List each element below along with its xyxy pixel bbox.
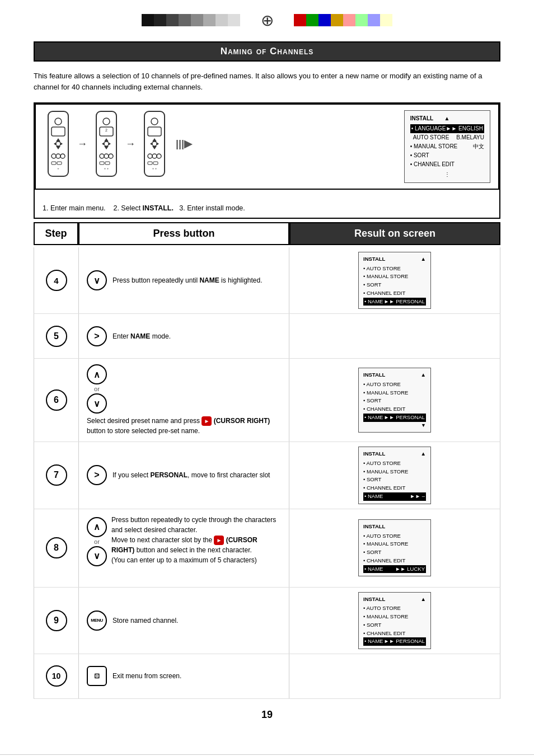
svg-text:+: + — [57, 167, 59, 170]
svg-marker-18 — [104, 146, 109, 149]
arrow-connector-1: → — [77, 138, 87, 150]
step-5-text: Enter NAME mode. — [113, 331, 171, 341]
svg-marker-4 — [56, 146, 60, 149]
step-4-number: 4 — [46, 270, 67, 291]
illustration-inner: + → 2 — [35, 104, 499, 190]
table-row: 4 Press button repeatedly until NAME is … — [34, 247, 500, 314]
step-10-num-cell: 10 — [34, 654, 79, 698]
step-9-text: Store named channel. — [113, 616, 178, 626]
remote-3: + + — [140, 110, 169, 177]
down-arrow-button[interactable] — [87, 393, 107, 414]
step-6-buttons: or — [87, 364, 107, 414]
remote-controls-area: + → 2 — [44, 110, 397, 177]
page-number: 19 — [34, 709, 500, 721]
step-table-header: Step Press button Result on screen — [34, 222, 500, 245]
step-7-tv-menu: INSTALL▲ • AUTO STORE • MANUAL STORE • S… — [358, 447, 431, 504]
header-press: Press button — [78, 222, 289, 245]
step-6-btn-stack: or — [87, 364, 107, 414]
svg-point-21 — [104, 142, 109, 146]
step-9-tv-menu: INSTALL▲ • AUTO STORE • MANUAL STORE • S… — [358, 592, 431, 649]
step-4-text: Press button repeatedly until NAME is hi… — [113, 275, 263, 285]
step-4-num-cell: 4 — [34, 247, 79, 313]
step-6-number: 6 — [46, 389, 67, 411]
svg-point-39 — [157, 154, 161, 158]
step-6-tv-menu: INSTALL▲ • AUTO STORE • MANUAL STORE • S… — [358, 368, 431, 433]
svg-rect-12 — [57, 162, 62, 165]
svg-rect-31 — [148, 127, 161, 136]
svg-point-8 — [51, 154, 56, 158]
svg-marker-32 — [152, 138, 157, 142]
down-arrow-button[interactable] — [87, 270, 107, 290]
step-8-tv-menu: INSTALL • AUTO STORE • MANUAL STORE • SO… — [358, 519, 431, 576]
up-arrow-button[interactable] — [87, 364, 107, 384]
exit-button[interactable]: ⊡ — [87, 666, 107, 686]
caption-bold: INSTALL. — [143, 204, 174, 212]
svg-rect-11 — [51, 162, 56, 165]
step-7-text: If you select PERSONAL, move to first ch… — [113, 470, 270, 480]
table-row: 6 or Select desired preset name and pres… — [34, 359, 500, 442]
remote-2: 2 + + — [92, 110, 121, 177]
svg-point-15 — [103, 118, 110, 125]
svg-rect-41 — [153, 162, 158, 165]
table-row: 8 or Press button repeatedly to cycle th… — [34, 509, 500, 588]
step-8-num-cell: 8 — [34, 509, 79, 587]
svg-rect-2 — [51, 127, 65, 136]
title-box: Naming of Channels — [34, 41, 500, 62]
svg-marker-3 — [56, 138, 60, 142]
svg-point-25 — [109, 154, 113, 158]
step-rows: 4 Press button repeatedly until NAME is … — [34, 247, 500, 699]
svg-point-36 — [152, 142, 157, 146]
step-8-buttons-text: or Press button repeatedly to cycle thro… — [87, 515, 281, 566]
illus-menu-manual-store: • MANUAL STORE中文 — [410, 142, 484, 151]
right-arrow-button[interactable] — [87, 326, 107, 346]
left-color-strip — [142, 14, 240, 26]
intro-text: This feature allows a selection of 10 ch… — [34, 71, 500, 92]
step-6-result: INSTALL▲ • AUTO STORE • MANUAL STORE • S… — [289, 359, 500, 442]
right-color-strip — [294, 14, 392, 26]
caption-3: 3. Enter install mode. — [179, 204, 245, 212]
top-decorative-bar — [0, 0, 534, 36]
illus-menu-channel-edit: • CHANNEL EDIT — [410, 160, 484, 169]
right-arrow-button-2[interactable] — [87, 465, 107, 485]
svg-point-38 — [152, 154, 157, 158]
svg-text:2: 2 — [105, 128, 107, 132]
illus-menu-title: INSTALL ▲ — [410, 114, 484, 123]
table-row: 10 ⊡ Exit menu from screen. — [34, 654, 500, 699]
svg-point-24 — [104, 154, 109, 158]
illustration-box: + → 2 — [34, 102, 500, 219]
step-8-btn-stack: or — [87, 517, 107, 566]
table-row: 7 If you select PERSONAL, move to first … — [34, 442, 500, 509]
caption-1: 1. Enter main menu. — [43, 204, 106, 212]
step-10-number: 10 — [46, 665, 67, 687]
remote-1: + — [44, 110, 73, 177]
table-row: 5 Enter NAME mode. — [34, 314, 500, 359]
step-7-result: INSTALL▲ • AUTO STORE • MANUAL STORE • S… — [289, 442, 500, 508]
step-4-result: INSTALL▲ • AUTO STORE • MANUAL STORE • S… — [289, 247, 500, 313]
crosshair-left — [257, 10, 277, 30]
step-8-number: 8 — [46, 537, 67, 558]
step-5-number: 5 — [46, 326, 67, 347]
step-9-press: MENU Store named channel. — [79, 588, 289, 654]
menu-button[interactable]: MENU — [87, 611, 107, 631]
illus-menu-sort: • SORT — [410, 151, 484, 160]
svg-point-37 — [148, 154, 152, 158]
step-4-press: Press button repeatedly until NAME is hi… — [79, 247, 289, 313]
illus-menu-dots: ⋮ — [410, 170, 484, 179]
illus-menu-auto-store: AUTO STOREB.MELAYU — [410, 133, 484, 142]
svg-point-23 — [100, 154, 104, 158]
step-6-num-cell: 6 — [34, 359, 79, 442]
down-arrow-button-2[interactable] — [87, 546, 107, 566]
svg-rect-26 — [100, 162, 104, 165]
arrow-connector-2: → — [125, 138, 135, 150]
step-9-num-cell: 9 — [34, 588, 79, 654]
up-arrow-button-2[interactable] — [87, 517, 107, 537]
svg-point-1 — [55, 118, 62, 125]
svg-point-10 — [60, 154, 65, 158]
svg-rect-40 — [148, 162, 152, 165]
header-result: Result on screen — [289, 222, 500, 245]
svg-marker-17 — [104, 138, 109, 142]
main-content: Naming of Channels This feature allows a… — [0, 36, 534, 743]
step-7-press: If you select PERSONAL, move to first ch… — [79, 442, 289, 508]
step-4-tv-menu: INSTALL▲ • AUTO STORE • MANUAL STORE • S… — [358, 252, 431, 309]
illus-tv-menu: INSTALL ▲ • LANGUAGE►► ENGLISH AUTO STOR… — [404, 110, 490, 183]
